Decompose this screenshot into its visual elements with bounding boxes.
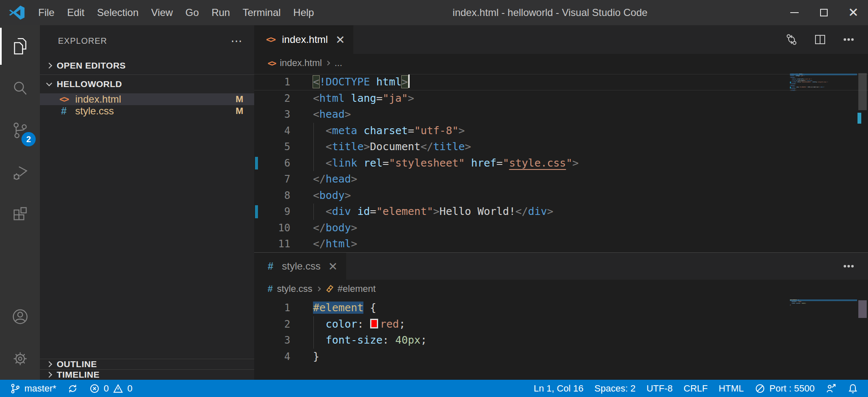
settings-button[interactable]: [0, 338, 40, 380]
eol-sequence[interactable]: CRLF: [678, 380, 713, 397]
sidebar-item-search[interactable]: [0, 67, 40, 109]
line-number: 11: [254, 236, 290, 252]
breadcrumb[interactable]: <> index.html ...: [254, 54, 868, 72]
code-text: #element {: [313, 300, 376, 316]
line-number: 2: [254, 316, 290, 333]
sidebar-item-run-debug[interactable]: [0, 151, 40, 193]
outline-section[interactable]: OUTLINE: [40, 359, 254, 369]
code-line[interactable]: 2 color: red;: [254, 316, 868, 333]
code-text: <link rel="stylesheet" href="style.css">: [313, 155, 579, 172]
menu-run[interactable]: Run: [205, 3, 236, 22]
account-icon: [11, 307, 30, 326]
code-line[interactable]: 11</html>: [254, 236, 868, 252]
code-line[interactable]: 5 <title>Document</title>: [254, 139, 868, 155]
code-line[interactable]: 3 font-size: 40px;: [254, 332, 868, 349]
file-row-style.css[interactable]: #style.cssM: [40, 105, 254, 117]
explorer-more-actions-button[interactable]: ⋯: [231, 34, 243, 48]
file-name: index.html: [75, 93, 121, 105]
line-number: 10: [254, 220, 290, 236]
code-line[interactable]: 1#element {: [254, 300, 868, 316]
cursor-position[interactable]: Ln 1, Col 16: [528, 380, 589, 397]
notifications-button[interactable]: [842, 380, 864, 397]
menu-selection[interactable]: Selection: [91, 3, 145, 22]
menu-file[interactable]: File: [32, 3, 61, 22]
bell-icon: [847, 383, 858, 394]
minimap-1[interactable]: #element { color: red; font-size: 40px;}: [790, 299, 857, 306]
code-line[interactable]: 7</head>: [254, 171, 868, 188]
sidebar-item-source-control[interactable]: 2: [0, 109, 40, 151]
scrollbar[interactable]: [857, 72, 868, 252]
minimize-button[interactable]: [780, 0, 809, 25]
code-text: font-size: 40px;: [313, 332, 427, 349]
text-cursor: [408, 74, 410, 88]
scm-badge: 2: [21, 132, 36, 146]
code-line[interactable]: 4}: [254, 349, 868, 365]
encoding[interactable]: UTF-8: [641, 380, 678, 397]
sidebar-item-extensions[interactable]: [0, 193, 40, 236]
menu-go[interactable]: Go: [179, 3, 205, 22]
run-debug-icon: [11, 163, 30, 182]
tab-close-icon[interactable]: ✕: [326, 260, 339, 273]
split-editor-icon[interactable]: [813, 33, 827, 46]
breadcrumb[interactable]: # style.css #element: [254, 280, 868, 298]
minimap-line: </html>: [790, 90, 857, 92]
sync-button[interactable]: [62, 380, 84, 397]
close-button[interactable]: ✕: [839, 0, 868, 25]
sidebar-title: EXPLORER: [58, 36, 107, 46]
maximize-button[interactable]: [809, 0, 839, 25]
live-server-port[interactable]: Port : 5500: [749, 380, 820, 397]
git-modified-badge: M: [236, 94, 243, 105]
minimap-0[interactable]: <!DOCTYPE html><html lang="ja"><head> <m…: [790, 74, 857, 92]
overview-ruler-mark: [857, 113, 861, 124]
code-editor-css[interactable]: 1#element {2 color: red;3 font-size: 40p…: [254, 298, 868, 380]
code-line[interactable]: 4 <meta charset="utf-8">: [254, 123, 868, 139]
code-editor-html[interactable]: 1<!DOCTYPE html>2<html lang="ja">3<head>…: [254, 72, 868, 252]
vscode-window: FileEditSelectionViewGoRunTerminalHelp i…: [0, 0, 868, 397]
chevron-down-icon: [46, 80, 52, 86]
code-line[interactable]: 10</body>: [254, 220, 868, 236]
code-line[interactable]: 6 <link rel="stylesheet" href="style.css…: [254, 155, 868, 172]
tab-style-css[interactable]: # style.css ✕: [254, 253, 346, 280]
code-line[interactable]: 8<body>: [254, 188, 868, 204]
maximize-icon: [820, 9, 828, 16]
menu-help[interactable]: Help: [287, 3, 320, 22]
line-number: 4: [254, 349, 290, 365]
open-changes-icon[interactable]: [785, 33, 798, 46]
more-actions-icon[interactable]: [842, 33, 855, 46]
minimize-icon: [790, 12, 799, 13]
code-line[interactable]: 3<head>: [254, 106, 868, 123]
scrollbar-slider[interactable]: [858, 73, 867, 110]
file-row-index.html[interactable]: <>index.htmlM: [40, 93, 254, 105]
tab-close-icon[interactable]: ✕: [334, 33, 347, 46]
code-line[interactable]: 2<html lang="ja">: [254, 90, 868, 107]
open-editors-section[interactable]: OPEN EDITORS: [40, 56, 254, 75]
error-icon: [89, 383, 100, 394]
css-file-icon: #: [263, 260, 278, 272]
menu-bar: FileEditSelectionViewGoRunTerminalHelp: [32, 3, 320, 22]
folder-section[interactable]: HELLOWORLD: [40, 75, 254, 93]
more-actions-icon[interactable]: [842, 259, 855, 273]
scrollbar-slider[interactable]: [858, 300, 867, 318]
branch-indicator[interactable]: master*: [4, 380, 62, 397]
scrollbar[interactable]: [857, 298, 868, 380]
menu-terminal[interactable]: Terminal: [236, 3, 287, 22]
code-text: <html lang="ja">: [313, 90, 414, 107]
account-button[interactable]: [0, 296, 40, 338]
menu-view[interactable]: View: [145, 3, 179, 22]
indentation[interactable]: Spaces: 2: [589, 380, 641, 397]
sidebar-item-explorer[interactable]: [0, 25, 40, 67]
tab-index-html[interactable]: <> index.html ✕: [254, 25, 353, 54]
code-line[interactable]: 1<!DOCTYPE html>: [254, 74, 868, 90]
problems-indicator[interactable]: 0 0: [84, 380, 138, 397]
git-modified-badge: M: [236, 106, 243, 116]
circle-slash-icon: [755, 383, 765, 394]
line-number: 9: [254, 204, 290, 220]
color-swatch[interactable]: [370, 319, 378, 328]
timeline-section[interactable]: TIMELINE: [40, 369, 254, 380]
menu-edit[interactable]: Edit: [61, 3, 91, 22]
code-line[interactable]: 9 <div id="element">Hello World!</div>: [254, 204, 868, 220]
feedback-button[interactable]: [820, 380, 842, 397]
code-lines-1: 1#element {2 color: red;3 font-size: 40p…: [254, 300, 868, 365]
chevron-right-icon: [46, 361, 52, 367]
language-mode[interactable]: HTML: [713, 380, 749, 397]
